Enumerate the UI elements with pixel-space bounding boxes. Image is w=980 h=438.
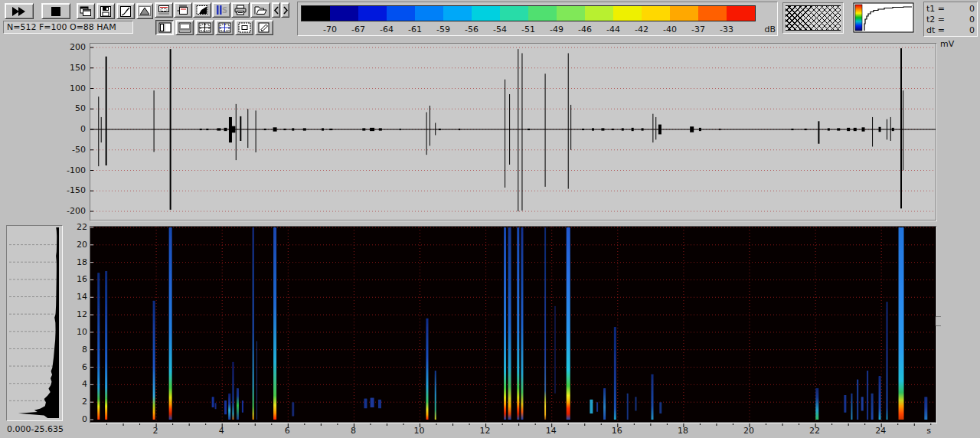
layout-grid-icon: [198, 22, 211, 33]
waveform-y-tick-label: 150: [61, 63, 86, 73]
t2-label: t2 =: [926, 15, 945, 25]
layout-grid-button[interactable]: [195, 20, 214, 35]
play-icon: [11, 7, 28, 16]
spectrogram-x-tick-label: 20: [737, 426, 760, 436]
spectrogram-x-tick-label: 4: [210, 426, 233, 436]
copy-display-button[interactable]: [77, 3, 95, 19]
capture-window-button[interactable]: [155, 2, 173, 18]
colorbar-tick-label: -67: [347, 25, 370, 34]
colorbar-panel: -70-67-64-61-59-56-54-51-49-46-44-42-40-…: [297, 2, 778, 36]
waveform-y-tick-label: -50: [61, 145, 86, 155]
color-transfer-box[interactable]: [851, 2, 916, 34]
colorbar-tick-label: -51: [517, 25, 540, 34]
average-spectrum-panel[interactable]: [6, 225, 63, 421]
signal-bars-button[interactable]: S: [212, 2, 230, 18]
spectrogram-y-tick-label: 20: [69, 240, 87, 250]
insert-window-button[interactable]: [174, 2, 192, 18]
floppy-icon: [100, 6, 111, 17]
spectrogram-y-tick-label: 22: [69, 222, 87, 232]
layout-left-icon: [158, 22, 172, 33]
colorbar-cell: [358, 6, 387, 21]
waveform-y-tick-label: -200: [61, 206, 86, 216]
waveform-y-tick-label: 200: [61, 42, 86, 52]
spectrogram-app-window: S N=512 F=100 O=88 HAM -70-67-64-61-59-5…: [0, 0, 980, 438]
colorbar-unit-label: dB: [754, 25, 776, 34]
open-button[interactable]: [250, 2, 270, 18]
window-function-button[interactable]: [136, 3, 153, 19]
layout-left-panel-button[interactable]: [155, 20, 174, 35]
colorbar-tick-label: -37: [687, 25, 710, 34]
colorbar-tick-label: -59: [432, 25, 455, 34]
layout-bottom-icon: [178, 22, 191, 33]
colorbar-cell: [642, 6, 670, 21]
layout-window-button[interactable]: [235, 20, 253, 35]
spectrogram-canvas: [90, 227, 936, 422]
toolbar: S N=512 F=100 O=88 HAM -70-67-64-61-59-5…: [0, 0, 980, 38]
time-unit-label: s: [916, 426, 931, 436]
waveform-plot[interactable]: [90, 43, 936, 221]
t1-value: 0: [969, 4, 975, 15]
waveform-y-tick-label: -150: [61, 185, 86, 195]
colorbar-cell: [698, 6, 727, 21]
dt-row: dt = 0: [924, 25, 977, 36]
spectrogram-x-tick-label: 6: [276, 426, 299, 436]
print-button[interactable]: [231, 2, 250, 18]
edit-button[interactable]: [255, 20, 273, 35]
average-spectrum-canvas: [7, 226, 62, 420]
fill-selection-button[interactable]: [193, 2, 211, 18]
spectrogram-x-tick-label: 14: [540, 426, 563, 436]
spectrogram-y-tick-label: 4: [69, 379, 87, 389]
curve-icon: [120, 6, 131, 17]
spectrogram-x-tick-label: 8: [341, 426, 364, 436]
colorbar-tick-label: -44: [602, 25, 625, 34]
colorbar-cell: [528, 6, 557, 21]
play-button[interactable]: [5, 3, 34, 19]
bell-icon: [139, 6, 151, 16]
spectrogram-y-tick-label: 12: [69, 309, 87, 319]
plot-edge-marker[interactable]: [936, 316, 941, 326]
s-bars-icon: S: [215, 5, 227, 15]
prev-button[interactable]: [272, 2, 280, 18]
colorbar-tick-label: -64: [375, 25, 398, 34]
colorbar-cell: [472, 6, 500, 21]
spectrogram-y-tick-label: 6: [69, 362, 87, 372]
spectrogram-x-tick-label: 24: [869, 426, 892, 436]
colorbar-tick-label: -49: [545, 25, 568, 34]
spectrogram-x-tick-label: 10: [408, 426, 431, 436]
scale-curve-button[interactable]: [116, 3, 135, 19]
colorbar-cell: [585, 6, 613, 21]
colorbar-cell: [415, 6, 443, 21]
spectrogram-y-tick-label: 2: [69, 397, 87, 407]
spectrogram-y-tick-label: 8: [69, 345, 87, 355]
colorbar-tick-label: -33: [715, 25, 738, 34]
colorbar-cell: [727, 6, 755, 21]
waveform-y-tick-label: 0: [61, 124, 86, 134]
spectrogram-y-tick-label: 18: [69, 257, 87, 267]
spectrogram-x-tick-label: 12: [474, 426, 497, 436]
time-range-label: 0.000-25.635: [7, 424, 80, 434]
colorbar-tick-label: -40: [658, 25, 681, 34]
hatch-pattern-box[interactable]: [782, 2, 844, 34]
open-folder-icon: [254, 5, 267, 15]
waveform-y-tick-label: 50: [61, 103, 86, 113]
layout-bottom-panel-button[interactable]: [175, 20, 194, 35]
colorbar-tick-label: -56: [460, 25, 483, 34]
fill-region-icon: [196, 5, 208, 15]
spectrogram-y-tick-label: 0: [69, 414, 87, 424]
t1-label: t1 =: [926, 4, 945, 15]
angle-left-icon: [273, 6, 279, 15]
layout-cross-button[interactable]: [215, 20, 234, 35]
angle-right-icon: [283, 6, 289, 15]
printer-icon: [234, 5, 247, 15]
colorbar-cell: [557, 6, 585, 21]
spectrogram-plot[interactable]: [90, 226, 936, 423]
stop-button[interactable]: [41, 3, 70, 19]
next-button[interactable]: [281, 2, 289, 18]
spectrogram-x-tick-label: 22: [803, 426, 826, 436]
dt-value: 0: [969, 25, 975, 36]
hatch-pattern-icon: [786, 5, 841, 31]
colorbar-tick-label: -46: [573, 25, 596, 34]
colorbar-cell: [302, 6, 330, 21]
save-button[interactable]: [96, 3, 115, 19]
colorbar-cell: [500, 6, 528, 21]
